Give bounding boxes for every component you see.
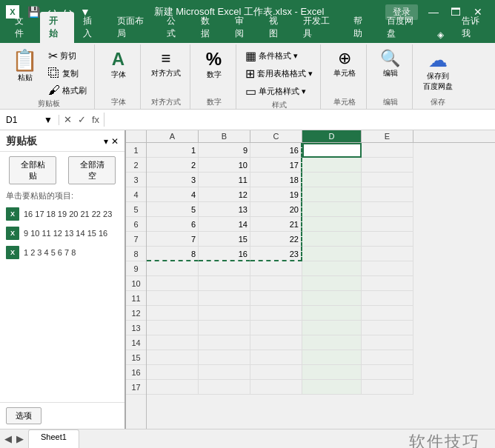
row-header-1[interactable]: 1	[126, 143, 146, 158]
tab-diamond[interactable]: ◈	[428, 27, 453, 43]
cell-D12[interactable]	[302, 306, 362, 321]
cell-D8[interactable]	[302, 247, 362, 261]
cell-E15[interactable]	[362, 350, 413, 365]
cancel-formula-btn[interactable]: ✕	[62, 113, 73, 127]
col-header-e[interactable]: E	[362, 130, 413, 142]
cell-E17[interactable]	[362, 380, 413, 395]
row-header-12[interactable]: 12	[126, 306, 146, 321]
tab-review[interactable]: 审阅	[226, 12, 260, 43]
clipboard-item-2[interactable]: X 9 10 11 12 13 14 15 16	[0, 224, 124, 243]
row-header-16[interactable]: 16	[126, 365, 146, 380]
conditional-format-button[interactable]: ▦ 条件格式 ▾	[242, 47, 316, 64]
cell-E11[interactable]	[362, 291, 413, 306]
row-header-2[interactable]: 2	[126, 158, 146, 173]
cell-A13[interactable]	[147, 321, 199, 335]
clipboard-item-1[interactable]: X 16 17 18 19 20 21 22 23	[0, 204, 124, 224]
cell-B13[interactable]	[199, 321, 250, 335]
cell-A1[interactable]: 1	[147, 143, 199, 158]
cell-C1[interactable]: 16	[250, 143, 302, 158]
cell-A7[interactable]: 7	[147, 232, 199, 247]
cell-A11[interactable]	[147, 291, 199, 306]
cell-C13[interactable]	[250, 321, 302, 335]
cell-E6[interactable]	[362, 217, 413, 232]
cell-C15[interactable]	[250, 350, 302, 365]
cell-D10[interactable]	[302, 276, 362, 291]
cell-E9[interactable]	[362, 261, 413, 276]
confirm-formula-btn[interactable]: ✓	[76, 113, 87, 127]
sheet-nav-left[interactable]: ◀	[3, 432, 13, 446]
tab-baidu[interactable]: 百度网盘	[378, 12, 428, 43]
cell-D14[interactable]	[302, 335, 362, 350]
cells-button[interactable]: ⊕ 单元格	[329, 47, 360, 81]
cell-D13[interactable]	[302, 321, 362, 335]
row-header-11[interactable]: 11	[126, 291, 146, 306]
cell-E16[interactable]	[362, 365, 413, 380]
panel-collapse-icon[interactable]: ▾	[104, 136, 108, 147]
cell-E12[interactable]	[362, 306, 413, 321]
cell-E8[interactable]	[362, 247, 413, 261]
cell-A16[interactable]	[147, 365, 199, 380]
col-header-a[interactable]: A	[147, 130, 199, 142]
cell-B5[interactable]: 13	[199, 202, 250, 217]
font-button[interactable]: A 字体	[104, 47, 133, 83]
cell-E1[interactable]	[362, 143, 413, 158]
cell-E7[interactable]	[362, 232, 413, 247]
cell-A3[interactable]: 3	[147, 173, 199, 187]
cell-A17[interactable]	[147, 380, 199, 395]
tab-page-layout[interactable]: 页面布局	[108, 12, 159, 43]
cell-C9[interactable]	[250, 261, 302, 276]
col-header-b[interactable]: B	[199, 130, 250, 142]
cell-C14[interactable]	[250, 335, 302, 350]
tab-formula[interactable]: 公式	[158, 12, 192, 43]
row-header-10[interactable]: 10	[126, 276, 146, 291]
cell-C16[interactable]	[250, 365, 302, 380]
formula-input[interactable]	[104, 110, 495, 130]
cell-B15[interactable]	[199, 350, 250, 365]
row-header-7[interactable]: 7	[126, 232, 146, 247]
cell-D2[interactable]	[302, 158, 362, 173]
tab-search[interactable]: 告诉我	[453, 12, 495, 43]
cell-D6[interactable]	[302, 217, 362, 232]
paste-button[interactable]: 📋 粘贴	[7, 47, 42, 86]
cell-A9[interactable]	[147, 261, 199, 276]
cell-reference[interactable]: D1 ▼	[0, 115, 59, 125]
row-header-4[interactable]: 4	[126, 187, 146, 202]
tab-developer[interactable]: 开发工具	[294, 12, 345, 43]
row-header-15[interactable]: 15	[126, 350, 146, 365]
cell-E13[interactable]	[362, 321, 413, 335]
cell-D4[interactable]	[302, 187, 362, 202]
cell-B1[interactable]: 9	[199, 143, 250, 158]
cell-style-button[interactable]: ▭ 单元格样式 ▾	[242, 83, 316, 100]
cell-B11[interactable]	[199, 291, 250, 306]
tab-data[interactable]: 数据	[192, 12, 226, 43]
cell-E5[interactable]	[362, 202, 413, 217]
cell-A5[interactable]: 5	[147, 202, 199, 217]
cell-C2[interactable]: 17	[250, 158, 302, 173]
panel-close-icon[interactable]: ✕	[111, 136, 119, 147]
cell-B8[interactable]: 16	[199, 247, 250, 261]
cell-C4[interactable]: 19	[250, 187, 302, 202]
cell-B16[interactable]	[199, 365, 250, 380]
cell-A4[interactable]: 4	[147, 187, 199, 202]
cell-D7[interactable]	[302, 232, 362, 247]
cell-B12[interactable]	[199, 306, 250, 321]
cell-E14[interactable]	[362, 335, 413, 350]
edit-button[interactable]: 🔍 编辑	[376, 47, 405, 81]
cell-B4[interactable]: 12	[199, 187, 250, 202]
tab-view[interactable]: 视图	[260, 12, 294, 43]
clear-all-button[interactable]: 全部清空	[68, 156, 116, 184]
table-style-button[interactable]: ⊞ 套用表格格式 ▾	[242, 65, 316, 82]
insert-function-btn[interactable]: fx	[90, 113, 101, 127]
row-header-3[interactable]: 3	[126, 173, 146, 187]
cell-B2[interactable]: 10	[199, 158, 250, 173]
cut-button[interactable]: ✂ 剪切	[45, 47, 90, 64]
cell-E4[interactable]	[362, 187, 413, 202]
cell-E10[interactable]	[362, 276, 413, 291]
row-header-8[interactable]: 8	[126, 247, 146, 261]
row-header-5[interactable]: 5	[126, 202, 146, 217]
row-header-6[interactable]: 6	[126, 217, 146, 232]
cell-A8[interactable]: 8	[147, 247, 199, 261]
tab-home[interactable]: 开始	[40, 12, 74, 43]
cell-B6[interactable]: 14	[199, 217, 250, 232]
cell-D3[interactable]	[302, 173, 362, 187]
